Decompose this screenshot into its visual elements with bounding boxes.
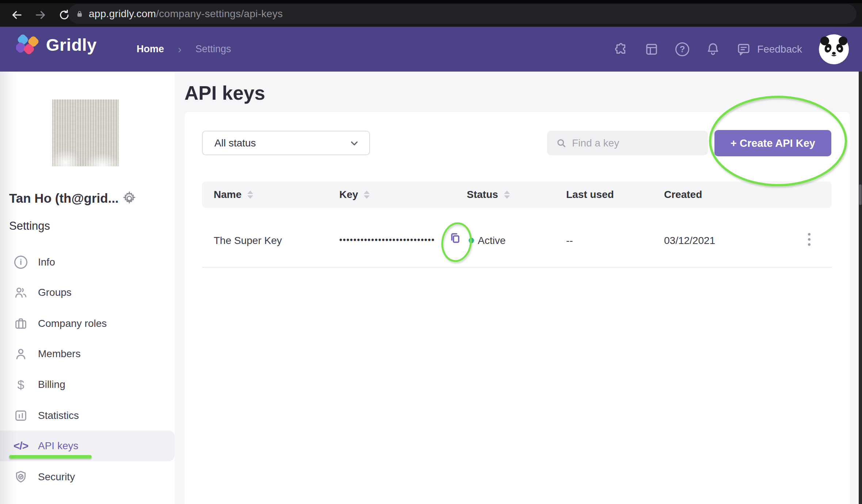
layout-panel-icon [644, 42, 659, 57]
code-icon: </> [13, 438, 28, 454]
app-header: Gridly Home › Settings ? Fe [0, 27, 862, 72]
shield-icon [13, 469, 28, 485]
breadcrumb-separator: › [178, 43, 182, 56]
bell-icon [705, 42, 721, 57]
person-icon [13, 346, 28, 362]
sidebar-item-groups[interactable]: Groups [0, 277, 175, 308]
sidebar-item-label: Statistics [38, 410, 79, 421]
url-text: app.gridly.com/company-settings/api-keys [89, 8, 283, 20]
column-header-last-used: Last used [566, 189, 614, 201]
breadcrumb-home[interactable]: Home [137, 43, 164, 55]
feedback-label: Feedback [757, 43, 802, 55]
sidebar-item-label: Members [38, 348, 81, 360]
copy-icon [449, 232, 462, 245]
search-box [547, 131, 708, 155]
sidebar-item-label: Company roles [38, 318, 107, 329]
content-card: All status + Create API Key Name Key [184, 112, 850, 504]
feedback-chat-icon [735, 41, 752, 58]
user-avatar[interactable] [819, 34, 849, 64]
status-active-dot [469, 238, 474, 243]
status-filter-select[interactable]: All status [202, 131, 370, 155]
sort-icon [364, 191, 370, 199]
column-label: Key [339, 189, 358, 201]
sidebar-item-billing[interactable]: $ Billing [0, 369, 175, 400]
scrollbar[interactable] [859, 72, 862, 504]
logo-text: Gridly [46, 35, 97, 55]
notifications-button[interactable] [705, 41, 721, 58]
main-content: API keys All status + Create API Key Nam… [175, 72, 862, 504]
cell-key-name: The Super Key [214, 235, 282, 247]
puzzle-icon [613, 42, 629, 57]
header-actions: ? Feedback [613, 27, 862, 72]
sort-icon [247, 191, 253, 199]
forward-arrow-icon [34, 9, 47, 21]
sidebar-item-label: API keys [38, 440, 78, 452]
column-label: Created [664, 189, 702, 201]
profile-settings-button[interactable] [122, 191, 137, 206]
url-bar[interactable]: app.gridly.com/company-settings/api-keys [68, 4, 857, 24]
sidebar-item-label: Groups [38, 287, 72, 298]
forward-button[interactable] [34, 8, 47, 22]
question-mark-icon: ? [675, 42, 689, 56]
gridly-logo[interactable]: Gridly [16, 32, 97, 57]
sidebar-item-api-keys[interactable]: </> API keys [0, 431, 175, 461]
sidebar-item-statistics[interactable]: Statistics [0, 400, 175, 431]
column-label: Last used [566, 189, 614, 201]
column-header-key[interactable]: Key [339, 189, 370, 201]
page-title: API keys [184, 82, 265, 104]
create-api-key-button[interactable]: + Create API Key [714, 130, 831, 156]
column-label: Name [214, 189, 241, 201]
sidebar-item-label: Security [38, 471, 75, 483]
settings-heading: Settings [9, 219, 50, 233]
cell-last-used: -- [566, 235, 573, 247]
cell-masked-key: ••••••••••••••••••••••••••• [339, 234, 435, 246]
help-button[interactable]: ? [674, 41, 691, 58]
cell-created: 03/12/2021 [664, 235, 715, 247]
people-icon [13, 285, 28, 300]
column-header-status[interactable]: Status [467, 189, 510, 201]
back-arrow-icon [11, 9, 23, 21]
search-icon [556, 138, 567, 149]
feedback-button[interactable]: Feedback [735, 41, 802, 58]
table-row: The Super Key ••••••••••••••••••••••••••… [202, 208, 832, 268]
gear-icon [122, 191, 137, 206]
url-path: /company-settings/api-keys [156, 8, 283, 19]
sidebar: Tan Ho (th@grid... Settings i Info Group… [0, 72, 175, 504]
page: app.gridly.com/company-settings/api-keys… [0, 0, 862, 504]
browser-bar: app.gridly.com/company-settings/api-keys [0, 0, 862, 27]
column-label: Status [467, 189, 498, 201]
chevron-down-icon [349, 138, 360, 149]
window-edge [0, 0, 862, 3]
info-circle-icon: i [13, 255, 28, 270]
row-menu-button[interactable] [801, 229, 817, 249]
briefcase-icon [13, 316, 28, 331]
sort-icon [504, 191, 510, 199]
lock-icon [76, 9, 84, 19]
sidebar-item-members[interactable]: Members [0, 339, 175, 369]
gridly-logo-mark [16, 32, 41, 57]
search-input[interactable] [572, 137, 693, 149]
breadcrumb-current: Settings [195, 43, 231, 55]
scrollbar-thumb[interactable] [859, 184, 862, 205]
back-button[interactable] [10, 8, 24, 22]
sidebar-item-security[interactable]: Security [0, 462, 175, 492]
user-name: Tan Ho (th@grid... [9, 191, 119, 206]
breadcrumb: Home › Settings [137, 27, 231, 72]
column-header-name[interactable]: Name [214, 189, 253, 201]
extensions-button[interactable] [613, 41, 629, 58]
sidebar-item-info[interactable]: i Info [0, 247, 175, 278]
profile-image [52, 99, 119, 166]
sidebar-item-company-roles[interactable]: Company roles [0, 308, 175, 339]
dollar-icon: $ [13, 377, 28, 392]
copy-key-button[interactable] [446, 228, 464, 248]
sidebar-item-label: Billing [38, 379, 65, 390]
panels-button[interactable] [643, 41, 660, 58]
status-filter-value: All status [214, 137, 256, 149]
sidebar-item-label: Info [38, 256, 55, 268]
table-header: Name Key Status Last used Created [202, 182, 832, 208]
cell-status: Active [478, 235, 506, 247]
column-header-created: Created [664, 189, 702, 201]
url-host: app.gridly.com [89, 8, 156, 19]
bar-chart-icon [13, 408, 28, 423]
